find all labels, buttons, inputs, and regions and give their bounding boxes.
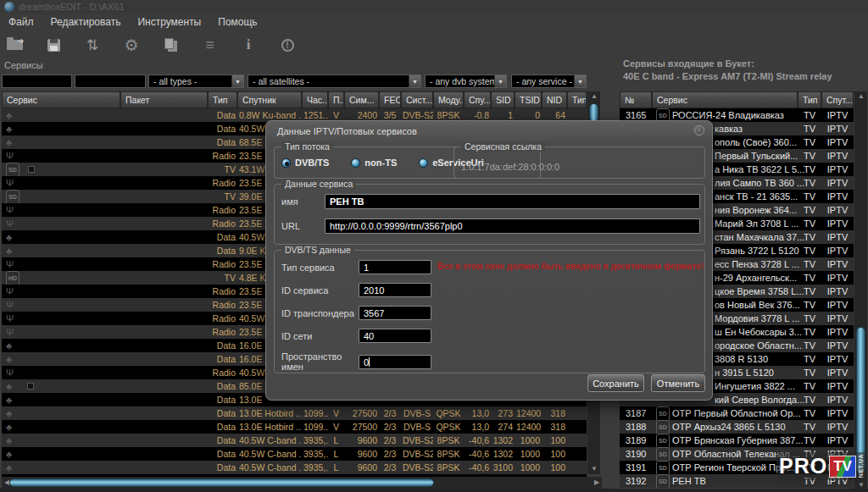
column-header-2[interactable]: Тип bbox=[208, 91, 237, 108]
text-cursor bbox=[369, 357, 370, 367]
service-data-group: Данные сервиса имя РЕН ТВ URL http://0.0… bbox=[274, 184, 705, 245]
services-table-header: СервисПакетТипСпутникЧас...П...Сим...FEC… bbox=[2, 91, 587, 108]
column-header-9[interactable]: Моду... bbox=[433, 91, 464, 108]
column-header-0[interactable]: № bbox=[620, 91, 652, 108]
dialog-close-icon[interactable] bbox=[694, 125, 704, 135]
scroll-right-icon[interactable]: ▶ bbox=[592, 478, 602, 488]
data-service-icon: ♣ bbox=[3, 244, 19, 257]
column-header-10[interactable]: Спу... bbox=[464, 91, 491, 108]
dvb-field-label: ID сети bbox=[281, 331, 359, 341]
dvb-field-row: ID сервиса2010 bbox=[281, 283, 431, 297]
column-header-1[interactable]: Пакет bbox=[120, 91, 208, 108]
service-data-group-label: Данные сервиса bbox=[281, 179, 356, 189]
toolbar: ⇅⚙≡i! bbox=[3, 32, 298, 58]
dvb-field-input[interactable]: 2010 bbox=[359, 283, 431, 297]
dvb-field-label: ID сервиса bbox=[281, 285, 359, 296]
table-row[interactable]: ♣Data40.5W C-band ...3935,...L96002/3DVB… bbox=[2, 461, 587, 474]
stream-type-option[interactable]: DVB/TS bbox=[281, 158, 329, 168]
scroll-down-icon[interactable]: ▼ bbox=[587, 464, 601, 474]
services-hscroll-thumb[interactable] bbox=[9, 478, 434, 487]
menu-item-файл[interactable]: Файл bbox=[0, 14, 42, 28]
dvb-field-input[interactable]: 1 bbox=[359, 260, 431, 274]
radio-label: non-TS bbox=[364, 158, 397, 168]
column-header-13[interactable]: NID bbox=[542, 91, 567, 108]
bouquet-header-line1: Сервисы входящие в Букет: bbox=[623, 58, 832, 70]
table-row[interactable]: ♣Data40.5W C-band ...3935,...L96002/3DVB… bbox=[2, 447, 587, 461]
radio-button-icon[interactable] bbox=[281, 158, 291, 168]
data-service-icon: ♣ bbox=[3, 447, 19, 461]
services-vscroll-thumb[interactable] bbox=[589, 103, 598, 122]
service-name: кий Север Вологда... bbox=[715, 395, 804, 405]
column-header-11[interactable]: SID bbox=[491, 91, 515, 108]
table-row[interactable]: ♣Data13.0E Hotbird ...1099...V275002/3DV… bbox=[2, 420, 587, 434]
service-type-dropdown-arrow-icon[interactable]: ▼ bbox=[574, 75, 586, 87]
table-row[interactable]: ♣Data40.5W C-band ...3935,...L96002/3DVB… bbox=[2, 434, 587, 447]
menu-item-помощь[interactable]: Помощь bbox=[209, 14, 265, 28]
ftp-transfer-button[interactable]: ⇅ bbox=[81, 35, 103, 55]
column-header-3[interactable]: Спут... bbox=[821, 91, 854, 108]
settings-button[interactable]: ⚙ bbox=[120, 35, 142, 55]
dvb-field-input[interactable]: 3567 bbox=[359, 306, 431, 320]
column-header-8[interactable]: Сист... bbox=[401, 91, 433, 108]
column-header-4[interactable]: Час... bbox=[302, 91, 328, 108]
url-input[interactable]: http://0.0.0.0:9999/rtrn/3567plp0 bbox=[325, 218, 700, 234]
column-header-5[interactable]: П... bbox=[328, 91, 344, 108]
column-header-1[interactable]: Сервис bbox=[652, 91, 798, 108]
dvb-field-label: Тип сервиса bbox=[281, 263, 359, 273]
service-name: ш Ен Чебоксары 3... bbox=[715, 327, 802, 337]
service-name: кавказ bbox=[715, 124, 743, 134]
service-name: Ингушетия 3822 ... bbox=[715, 381, 795, 391]
save-button[interactable] bbox=[42, 35, 64, 55]
info-button[interactable]: i bbox=[237, 35, 259, 55]
dvb-field-input[interactable]: 0 bbox=[359, 355, 431, 369]
list-button[interactable]: ≡ bbox=[198, 35, 220, 55]
radio-button-icon[interactable] bbox=[351, 158, 360, 168]
bouquet-vscroll-thumb[interactable] bbox=[856, 327, 865, 473]
list-item[interactable]: 3187SDОТР Первый Областной Ор...TVIPTV bbox=[620, 406, 854, 420]
name-input[interactable]: РЕН ТВ bbox=[325, 194, 700, 209]
locked-icon bbox=[28, 166, 35, 173]
table-row[interactable]: ♣Data13.0E Hotbird ...1099...V275002/3DV… bbox=[2, 406, 587, 420]
satellites-dropdown-value: - all satellites - bbox=[248, 76, 409, 86]
column-header-12[interactable]: TSID bbox=[515, 91, 542, 108]
radio-service-icon: Ψ bbox=[3, 325, 19, 339]
stream-type-option[interactable]: non-TS bbox=[351, 158, 397, 168]
service-name: Первый Тульский... bbox=[715, 151, 798, 161]
types-dropdown-arrow-icon[interactable]: ▼ bbox=[231, 75, 243, 87]
scroll-up-icon[interactable]: ▲ bbox=[587, 91, 601, 102]
dvb-system-dropdown-arrow-icon[interactable]: ▼ bbox=[494, 75, 506, 87]
types-dropdown[interactable]: - all types - ▼ bbox=[148, 75, 244, 88]
services-hscrollbar[interactable]: ◀ ▶ bbox=[2, 477, 602, 489]
menu-item-редактировать[interactable]: Редактировать bbox=[42, 14, 130, 28]
scroll-up-icon[interactable]: ▲ bbox=[854, 91, 868, 102]
save-button[interactable]: Сохранить bbox=[587, 374, 644, 392]
dvb-field-row: Пространство имен0 bbox=[281, 351, 431, 372]
sd-badge-icon: SD bbox=[6, 163, 19, 176]
service-name: анск ТВ - 21 3635... bbox=[715, 191, 798, 202]
service-filter-input[interactable] bbox=[2, 75, 72, 88]
open-file-button[interactable] bbox=[3, 35, 25, 55]
dvb-field-input[interactable]: 40 bbox=[359, 329, 431, 343]
satellites-dropdown-arrow-icon[interactable]: ▼ bbox=[409, 75, 420, 87]
sd-badge-icon: SD bbox=[656, 406, 670, 420]
list-item[interactable]: 3188SDОТР Архыз24 3865 L 5130TVIPTV bbox=[620, 420, 854, 434]
column-header-6[interactable]: Сим... bbox=[344, 91, 379, 108]
about-button[interactable]: ! bbox=[276, 35, 298, 55]
column-header-2[interactable]: Тип bbox=[798, 91, 821, 108]
cancel-button[interactable]: Отменить bbox=[651, 374, 705, 392]
column-header-0[interactable]: Сервис bbox=[2, 91, 120, 108]
column-header-7[interactable]: FEC bbox=[379, 91, 401, 108]
column-header-14[interactable]: Тип bbox=[567, 91, 587, 108]
column-header-3[interactable]: Спутник bbox=[237, 91, 302, 108]
service-type-dropdown[interactable]: - any service - ▼ bbox=[511, 75, 587, 88]
copy-button[interactable] bbox=[159, 35, 181, 55]
dvb-system-dropdown[interactable]: - any dvb system - ▼ bbox=[425, 75, 507, 88]
package-filter-input[interactable] bbox=[75, 75, 146, 88]
list-item[interactable]: 3189SDОТР Брянская Губерния 387...TVIPTV bbox=[620, 434, 854, 447]
about-icon: ! bbox=[281, 39, 294, 52]
satellites-dropdown[interactable]: - all satellites - ▼ bbox=[248, 75, 421, 88]
menu-item-инструменты[interactable]: Инструменты bbox=[129, 14, 209, 28]
radio-button-icon[interactable] bbox=[419, 158, 428, 168]
bouquet-header: Сервисы входящие в Букет: 40E C band - E… bbox=[623, 58, 832, 83]
bouquet-vscrollbar[interactable]: ▲ ▼ bbox=[854, 91, 867, 492]
